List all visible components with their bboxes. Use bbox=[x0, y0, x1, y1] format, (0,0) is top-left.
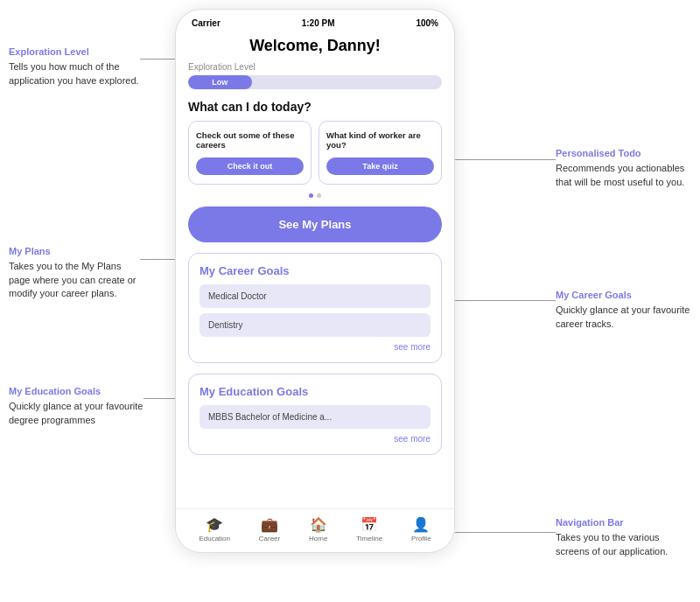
bottom-nav: 🎓 Education 💼 Career 🏠 Home 📅 Timeline 👤 bbox=[176, 508, 454, 551]
education-goals-card: My Education Goals MBBS Bachelor of Medi… bbox=[188, 374, 442, 455]
phone-frame: Carrier 1:20 PM 100% Welcome, Danny! Exp… bbox=[175, 9, 455, 553]
career-goal-item-1[interactable]: Medical Doctor bbox=[200, 284, 430, 308]
see-my-plans-button[interactable]: See My Plans bbox=[188, 206, 442, 242]
nav-profile[interactable]: 👤 Profile bbox=[411, 516, 431, 542]
annotation-nav-bar: Navigation Bar Takes you to the various … bbox=[556, 516, 691, 558]
check-it-out-button[interactable]: Check it out bbox=[196, 158, 304, 175]
nav-education-label: Education bbox=[199, 535, 230, 542]
main-content: Exploration Level Low What can I do toda… bbox=[176, 62, 454, 508]
status-time: 1:20 PM bbox=[302, 18, 335, 28]
annotation-edu-goals-text: Quickly glance at your favourite degree … bbox=[9, 400, 153, 427]
status-carrier: Carrier bbox=[192, 18, 220, 28]
career-icon: 💼 bbox=[261, 516, 278, 533]
cards-row: Check out some of these careers Check it… bbox=[188, 121, 442, 185]
annotation-exploration: Exploration Level Tells you how much of … bbox=[9, 46, 144, 88]
dot-2 bbox=[317, 193, 321, 198]
annotation-personalised-title: Personalised Todo bbox=[556, 147, 691, 160]
annotation-edu-goals: My Education Goals Quickly glance at you… bbox=[9, 385, 153, 427]
career-goals-card: My Career Goals Medical Doctor Dentistry… bbox=[188, 253, 442, 363]
profile-icon: 👤 bbox=[412, 516, 430, 533]
nav-home[interactable]: 🏠 Home bbox=[309, 516, 327, 542]
card-careers-title: Check out some of these careers bbox=[196, 130, 304, 150]
line-personalised bbox=[455, 159, 556, 160]
status-bar: Carrier 1:20 PM 100% bbox=[176, 10, 454, 32]
education-icon: 🎓 bbox=[206, 516, 223, 533]
card-worker-type: What kind of worker are you? Take quiz bbox=[318, 121, 442, 185]
take-quiz-button[interactable]: Take quiz bbox=[326, 158, 434, 175]
annotation-career-goals: My Career Goals Quickly glance at your f… bbox=[556, 289, 691, 331]
nav-profile-label: Profile bbox=[411, 535, 431, 542]
exploration-section: Exploration Level Low bbox=[188, 62, 442, 89]
annotation-personalised: Personalised Todo Recommends you actiona… bbox=[556, 147, 691, 189]
nav-career[interactable]: 💼 Career bbox=[259, 516, 280, 542]
annotation-my-plans-text: Takes you to the My Plans page where you… bbox=[9, 260, 144, 300]
annotation-nav-bar-title: Navigation Bar bbox=[556, 516, 691, 529]
education-goal-item-1[interactable]: MBBS Bachelor of Medicine a... bbox=[200, 405, 430, 429]
education-see-more[interactable]: see more bbox=[200, 434, 430, 444]
education-goals-title: My Education Goals bbox=[200, 385, 430, 398]
exploration-bar-label: Exploration Level bbox=[188, 62, 442, 72]
annotation-career-goals-text: Quickly glance at your favourite career … bbox=[556, 304, 691, 331]
career-goal-item-2[interactable]: Dentistry bbox=[200, 313, 430, 337]
nav-timeline[interactable]: 📅 Timeline bbox=[356, 516, 382, 542]
annotation-career-goals-title: My Career Goals bbox=[556, 289, 691, 302]
nav-education[interactable]: 🎓 Education bbox=[199, 516, 230, 542]
exploration-bar-bg: Low bbox=[188, 75, 442, 89]
annotation-exploration-text: Tells you how much of the application yo… bbox=[9, 60, 144, 88]
annotation-exploration-title: Exploration Level bbox=[9, 46, 144, 59]
nav-home-label: Home bbox=[309, 535, 327, 542]
status-battery: 100% bbox=[416, 18, 438, 28]
career-see-more[interactable]: see more bbox=[200, 342, 430, 352]
annotation-personalised-text: Recommends you actionables that will be … bbox=[556, 162, 691, 189]
page-title: Welcome, Danny! bbox=[176, 32, 454, 62]
career-goals-title: My Career Goals bbox=[200, 264, 430, 277]
exploration-bar-text: Low bbox=[212, 78, 228, 87]
annotation-edu-goals-title: My Education Goals bbox=[9, 385, 153, 398]
home-icon: 🏠 bbox=[310, 516, 327, 533]
line-nav-bar bbox=[455, 532, 556, 533]
timeline-icon: 📅 bbox=[360, 516, 378, 533]
carousel-dots bbox=[188, 193, 442, 198]
line-my-plans bbox=[140, 259, 177, 260]
what-can-i-do-heading: What can I do today? bbox=[188, 100, 442, 114]
annotation-nav-bar-text: Takes you to the various screens of our … bbox=[556, 531, 691, 558]
line-edu-goals bbox=[144, 398, 177, 399]
line-career-goals bbox=[455, 300, 556, 301]
card-careers: Check out some of these careers Check it… bbox=[188, 121, 312, 185]
annotation-my-plans: My Plans Takes you to the My Plans page … bbox=[9, 245, 144, 301]
dot-1 bbox=[309, 193, 313, 198]
nav-timeline-label: Timeline bbox=[356, 535, 382, 542]
card-worker-title: What kind of worker are you? bbox=[326, 130, 434, 150]
exploration-bar-fill: Low bbox=[188, 75, 252, 89]
annotation-my-plans-title: My Plans bbox=[9, 245, 144, 258]
nav-career-label: Career bbox=[259, 535, 280, 542]
